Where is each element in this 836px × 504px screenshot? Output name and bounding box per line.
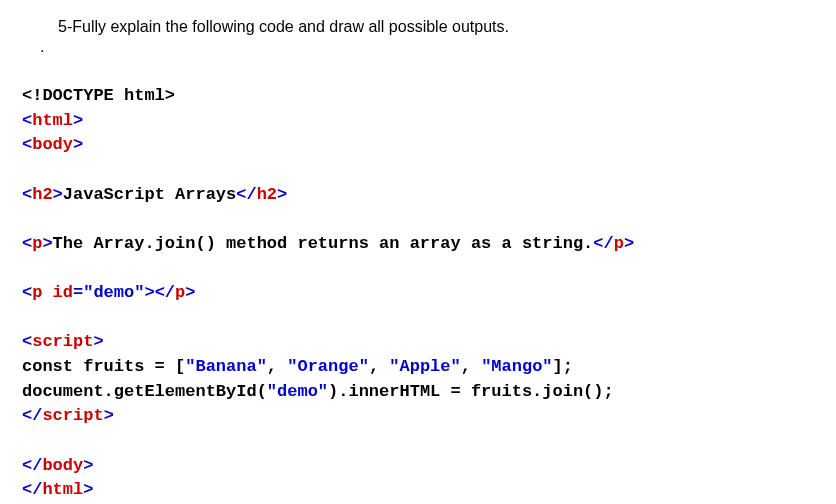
tag-name: body	[42, 456, 83, 475]
code-line: <!DOCTYPE html>	[22, 86, 175, 105]
angle-bracket: >	[83, 456, 93, 475]
angle-bracket: <	[22, 234, 32, 253]
tag-name: p	[614, 234, 624, 253]
code-text: ,	[267, 357, 287, 376]
angle-bracket: </	[22, 456, 42, 475]
tag-name: script	[42, 406, 103, 425]
attr-name: id	[53, 283, 73, 302]
angle-bracket: </	[236, 185, 256, 204]
tag-name: h2	[257, 185, 277, 204]
angle-bracket: >	[185, 283, 195, 302]
question-text: 5-Fully explain the following code and d…	[58, 18, 814, 36]
attr-value: "demo"	[83, 283, 144, 302]
space	[42, 283, 52, 302]
angle-bracket: <	[22, 111, 32, 130]
tag-name: h2	[32, 185, 52, 204]
equals: =	[73, 283, 83, 302]
angle-bracket: >	[104, 406, 114, 425]
document-page: 5-Fully explain the following code and d…	[0, 0, 836, 504]
code-text: ,	[369, 357, 389, 376]
code-text: document.getElementById(	[22, 382, 267, 401]
heading-text: JavaScript Arrays	[63, 185, 236, 204]
angle-bracket: </	[593, 234, 613, 253]
string-literal: "Orange"	[287, 357, 369, 376]
angle-bracket: >	[624, 234, 634, 253]
tag-name: html	[32, 111, 73, 130]
question-dot: .	[40, 38, 814, 56]
angle-bracket: >	[42, 234, 52, 253]
paragraph-text: The Array.join() method returns an array…	[53, 234, 594, 253]
code-text: ];	[553, 357, 573, 376]
angle-bracket: >	[277, 185, 287, 204]
tag-name: p	[32, 234, 42, 253]
angle-bracket: >	[93, 332, 103, 351]
code-text: ,	[461, 357, 481, 376]
angle-bracket: </	[22, 480, 42, 499]
angle-bracket: <	[22, 283, 32, 302]
tag-name: script	[32, 332, 93, 351]
code-text: const fruits = [	[22, 357, 185, 376]
tag-name: p	[175, 283, 185, 302]
code-block: <!DOCTYPE html> <html> <body> <h2>JavaSc…	[22, 84, 814, 503]
angle-bracket: <	[22, 135, 32, 154]
angle-bracket: >	[73, 135, 83, 154]
tag-name: body	[32, 135, 73, 154]
angle-bracket: ></	[144, 283, 175, 302]
angle-bracket: <	[22, 185, 32, 204]
angle-bracket: >	[73, 111, 83, 130]
string-literal: "demo"	[267, 382, 328, 401]
string-literal: "Apple"	[389, 357, 460, 376]
angle-bracket: <	[22, 332, 32, 351]
angle-bracket: >	[53, 185, 63, 204]
angle-bracket: </	[22, 406, 42, 425]
code-text: ).innerHTML = fruits.join();	[328, 382, 614, 401]
tag-name: html	[42, 480, 83, 499]
angle-bracket: >	[83, 480, 93, 499]
string-literal: "Mango"	[481, 357, 552, 376]
string-literal: "Banana"	[185, 357, 267, 376]
tag-name: p	[32, 283, 42, 302]
